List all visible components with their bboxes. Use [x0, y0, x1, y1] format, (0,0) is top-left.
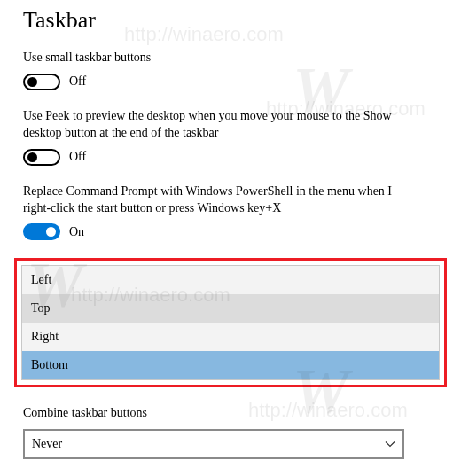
dropdown-item-bottom[interactable]: Bottom	[22, 351, 439, 379]
dropdown-item-left[interactable]: Left	[22, 266, 439, 294]
setting-combine-buttons: Combine taskbar buttons Never	[23, 405, 438, 459]
dropdown-item-top[interactable]: Top	[22, 294, 439, 323]
setting-small-buttons: Use small taskbar buttons Off	[23, 50, 438, 90]
small-buttons-toggle[interactable]	[23, 74, 60, 90]
chevron-down-icon	[385, 439, 395, 449]
toggle-state-text: Off	[69, 74, 86, 89]
setting-powershell: Replace Command Prompt with Windows Powe…	[23, 183, 438, 241]
dropdown-item-right[interactable]: Right	[22, 323, 439, 351]
powershell-toggle[interactable]	[23, 223, 60, 240]
setting-use-peek: Use Peek to preview the desktop when you…	[23, 108, 438, 166]
toggle-state-text: Off	[69, 150, 86, 164]
combobox-value: Never	[32, 437, 62, 451]
use-peek-toggle[interactable]	[23, 149, 60, 166]
setting-label: Combine taskbar buttons	[23, 405, 404, 422]
page-title: Taskbar	[23, 7, 438, 34]
setting-label: Use small taskbar buttons	[23, 50, 404, 66]
taskbar-location-dropdown-list[interactable]: Left Top Right Bottom	[21, 265, 440, 380]
taskbar-location-dropdown-highlight: Left Top Right Bottom	[14, 258, 447, 387]
combine-buttons-combobox[interactable]: Never	[23, 429, 404, 459]
toggle-state-text: On	[69, 225, 84, 239]
setting-label: Replace Command Prompt with Windows Powe…	[23, 183, 404, 217]
setting-label: Use Peek to preview the desktop when you…	[23, 108, 404, 142]
